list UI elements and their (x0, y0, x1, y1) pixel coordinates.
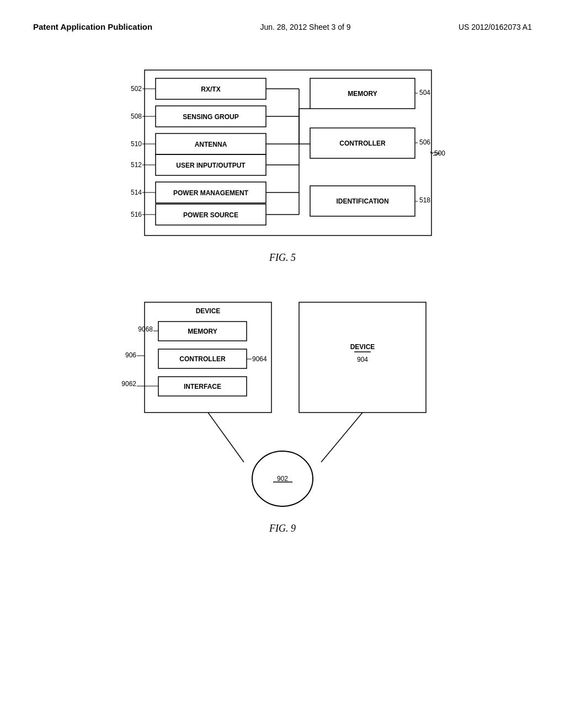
svg-text:DEVICE: DEVICE (196, 307, 221, 315)
header-right: US 2012/0162073 A1 (459, 23, 532, 31)
header-center: Jun. 28, 2012 Sheet 3 of 9 (260, 23, 350, 31)
svg-text:SENSING GROUP: SENSING GROUP (183, 113, 238, 121)
svg-text:902: 902 (277, 475, 288, 483)
svg-rect-0 (145, 70, 431, 235)
svg-line-70 (321, 413, 363, 462)
header-left: Patent Application Publication (33, 22, 152, 31)
svg-text:504: 504 (419, 89, 430, 97)
page-header: Patent Application Publication Jun. 28, … (33, 22, 532, 31)
svg-text:506: 506 (419, 138, 430, 146)
svg-text:9064: 9064 (252, 355, 267, 363)
fig9-caption: FIG. 9 (33, 523, 532, 534)
fig5-svg: RX/TX SENSING GROUP ANTENNA USER INPUT/O… (111, 65, 454, 247)
svg-text:508: 508 (131, 113, 142, 120)
svg-text:518: 518 (419, 196, 430, 204)
svg-text:POWER MANAGEMENT: POWER MANAGEMENT (173, 189, 249, 197)
fig5-caption: FIG. 5 (33, 252, 532, 264)
svg-text:POWER SOURCE: POWER SOURCE (183, 211, 238, 219)
svg-text:9068: 9068 (138, 325, 153, 333)
fig9-diagram-container: DEVICE MEMORY CONTROLLER INTERFACE DEVIC… (33, 297, 532, 517)
svg-text:CONTROLLER: CONTROLLER (339, 140, 386, 147)
svg-text:IDENTIFICATION: IDENTIFICATION (336, 197, 388, 205)
svg-text:INTERFACE: INTERFACE (184, 383, 221, 390)
svg-text:CONTROLLER: CONTROLLER (179, 355, 226, 363)
fig9-svg: DEVICE MEMORY CONTROLLER INTERFACE DEVIC… (111, 297, 465, 517)
svg-text:510: 510 (131, 140, 142, 148)
svg-text:512: 512 (131, 161, 142, 169)
svg-text:502: 502 (131, 85, 142, 93)
fig9-wrapper: DEVICE MEMORY CONTROLLER INTERFACE DEVIC… (111, 297, 454, 517)
svg-text:ANTENNA: ANTENNA (195, 141, 227, 148)
svg-text:514: 514 (131, 189, 142, 196)
svg-text:USER INPUT/OUTPUT: USER INPUT/OUTPUT (176, 162, 246, 169)
page: Patent Application Publication Jun. 28, … (0, 0, 565, 728)
fig5-wrapper: RX/TX SENSING GROUP ANTENNA USER INPUT/O… (111, 65, 454, 247)
svg-text:MEMORY: MEMORY (348, 90, 377, 98)
svg-text:516: 516 (131, 211, 142, 218)
svg-text:906: 906 (125, 351, 136, 359)
svg-text:DEVICE: DEVICE (350, 343, 375, 351)
svg-text:904: 904 (357, 356, 368, 363)
svg-text:MEMORY: MEMORY (188, 328, 217, 335)
svg-line-69 (208, 413, 244, 462)
svg-text:9062: 9062 (121, 380, 136, 388)
svg-text:RX/TX: RX/TX (201, 85, 220, 93)
fig5-diagram-container: RX/TX SENSING GROUP ANTENNA USER INPUT/O… (33, 65, 532, 247)
